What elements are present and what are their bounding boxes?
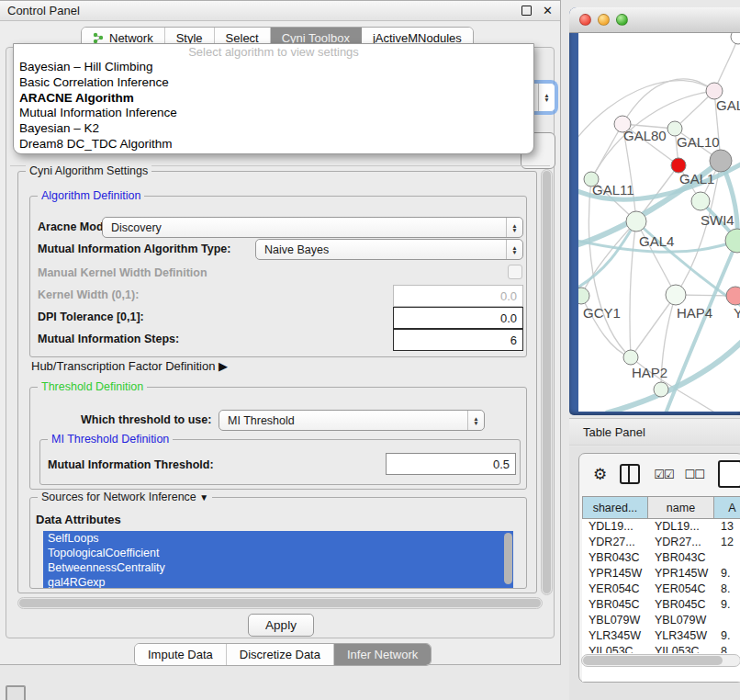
columns-icon[interactable] xyxy=(620,464,640,484)
table-row[interactable]: YDL19...YDL19...13 xyxy=(582,519,740,535)
network-node-y[interactable] xyxy=(726,287,740,305)
mi-type-value: Naive Bayes xyxy=(264,243,329,256)
cyni-algorithm-settings-group: Cyni Algorithm Settings Algorithm Defini… xyxy=(17,171,537,593)
tab-infer-network[interactable]: Infer Network xyxy=(334,644,431,665)
algorithm-option[interactable]: Mutual Information Inference xyxy=(14,106,533,121)
aracne-mode-combo[interactable]: Discovery ▲▼ xyxy=(102,217,523,238)
mi-threshold-value: 0.5 xyxy=(493,457,510,471)
zoom-traffic-light-icon[interactable] xyxy=(616,14,628,26)
table-row[interactable]: YER054CYER054C8. xyxy=(582,581,740,597)
table-cell: YBR043C xyxy=(648,550,714,566)
table-cell xyxy=(714,613,740,628)
table-row[interactable]: YLR345WYLR345W9. xyxy=(582,628,740,644)
mi-steps-label: Mutual Information Steps: xyxy=(38,333,179,345)
apply-button[interactable]: Apply xyxy=(248,614,314,637)
network-node-gal4[interactable] xyxy=(626,211,646,231)
table-cell: 9. xyxy=(714,628,740,644)
deselect-all-checkboxes-icon[interactable]: ☐☐ xyxy=(685,468,704,481)
table-row[interactable]: YBR043CYBR043C xyxy=(582,550,740,566)
network-node-swi4[interactable] xyxy=(725,229,740,253)
algorithm-option[interactable]: Dream8 DC_TDC Algorithm xyxy=(14,137,533,152)
tab-discretize-data[interactable]: Discretize Data xyxy=(227,644,334,665)
network-edge xyxy=(591,124,622,179)
mi-threshold-definition-title: MI Threshold Definition xyxy=(48,433,173,446)
table-toolbar: ⚙ ☑☑ ☐☐ xyxy=(579,454,740,494)
table-panel-title: Table Panel xyxy=(583,425,645,439)
kernel-width-input[interactable]: 0.0 xyxy=(393,285,523,307)
network-canvas[interactable]: GALGAL80GAL10GAL1GAL11GAL4SWI4GCY1HAP4YH… xyxy=(578,33,740,412)
table-row[interactable]: YDR27...YDR27...12 xyxy=(582,535,740,550)
network-edge xyxy=(630,221,636,357)
mi-threshold-input[interactable]: 0.5 xyxy=(386,453,516,475)
close-traffic-light-icon[interactable] xyxy=(579,14,591,26)
hub-definition-expander[interactable]: Hub/Transcription Factor Definition ▶ xyxy=(31,359,228,373)
mi-type-label: Mutual Information Algorithm Type: xyxy=(38,243,230,255)
bottom-tabbar: Impute Data Discretize Data Infer Networ… xyxy=(134,643,432,666)
sources-title: Sources for Network Inference ▼ xyxy=(38,491,212,503)
settings-group-title: Cyni Algorithm Settings xyxy=(26,164,151,177)
algorithm-option[interactable]: ARACNE Algorithm xyxy=(14,91,533,107)
settings-horizontal-scrollbar[interactable] xyxy=(17,597,543,609)
collapsed-panel-icon[interactable] xyxy=(6,685,26,700)
network-node-hap4[interactable] xyxy=(666,285,686,305)
dpi-tolerance-value: 0.0 xyxy=(500,311,517,325)
data-attribute-item[interactable]: BetweennessCentrality xyxy=(43,560,513,575)
minimize-traffic-light-icon[interactable] xyxy=(598,14,610,26)
network-node-gcy1[interactable] xyxy=(578,288,589,304)
dpi-tolerance-input[interactable]: 0.0 xyxy=(393,307,523,329)
select-all-checkboxes-icon[interactable]: ☑☑ xyxy=(654,468,673,481)
network-node[interactable] xyxy=(731,33,740,44)
hub-definition-label: Hub/Transcription Factor Definition xyxy=(31,359,215,373)
network-node[interactable] xyxy=(710,150,732,172)
table-horizontal-scrollbar[interactable] xyxy=(581,654,740,667)
close-window-icon[interactable]: ✕ xyxy=(543,5,553,17)
table-cell: YLR345W xyxy=(648,628,714,644)
data-attribute-item[interactable]: SelfLoops xyxy=(43,531,513,546)
table-row[interactable]: YIL053CYIL053C8. xyxy=(582,644,740,653)
table-cell: 9. xyxy=(714,566,740,581)
export-table-icon[interactable] xyxy=(718,460,740,488)
node-table-container: ⚙ ☑☑ ☐☐ shared...nameA YDL19...YDL19...1… xyxy=(578,453,740,683)
column-header[interactable]: shared... xyxy=(582,496,648,519)
network-window-titlebar[interactable] xyxy=(569,7,740,33)
network-node[interactable] xyxy=(654,382,668,397)
table-cell: 8. xyxy=(714,644,740,653)
float-window-icon[interactable] xyxy=(521,6,532,16)
network-view-window: GALGAL80GAL10GAL1GAL11GAL4SWI4GCY1HAP4YH… xyxy=(569,7,740,415)
control-panel-title: Control Panel xyxy=(7,4,521,17)
control-panel-titlebar: Control Panel ✕ xyxy=(0,1,560,21)
column-header[interactable]: A xyxy=(714,496,740,519)
kernel-width-label: Kernel Width (0,1): xyxy=(38,288,139,301)
tab-impute-data[interactable]: Impute Data xyxy=(135,644,227,665)
table-row[interactable]: YBL079WYBL079W xyxy=(582,613,740,628)
network-edge xyxy=(631,295,676,357)
control-panel-window: Control Panel ✕ Network Style Select Cyn… xyxy=(0,0,561,665)
algorithm-option[interactable]: Bayesian – K2 xyxy=(14,121,533,137)
algorithm-option[interactable]: Bayesian – Hill Climbing xyxy=(14,60,533,75)
table-row[interactable]: YPR145WYPR145W9. xyxy=(582,566,740,581)
list-scrollbar[interactable] xyxy=(504,533,512,584)
dropdown-placeholder: Select algorithm to view settings xyxy=(14,44,533,60)
table-row[interactable]: YBR045CYBR045C9. xyxy=(582,597,740,613)
manual-kernel-checkbox[interactable] xyxy=(508,265,522,279)
settings-vertical-scrollbar[interactable] xyxy=(541,169,553,595)
column-header[interactable]: name xyxy=(648,496,714,519)
network-node-gal1[interactable] xyxy=(691,192,710,210)
data-attributes-list[interactable]: SelfLoopsTopologicalCoefficientBetweenne… xyxy=(43,531,513,588)
algorithm-option[interactable]: Basic Correlation Inference xyxy=(14,75,533,91)
gear-icon[interactable]: ⚙ xyxy=(593,465,607,484)
network-edge xyxy=(589,179,631,357)
data-attribute-item[interactable]: gal4RGexp xyxy=(43,575,513,588)
network-node-hap2[interactable] xyxy=(623,350,638,365)
threshold-definition-group: Threshold Definition Which threshold to … xyxy=(29,387,527,490)
algorithm-definition-group: Algorithm Definition Aracne Mode: Discov… xyxy=(29,196,527,357)
node-label: HAP2 xyxy=(632,365,667,380)
table-cell: YLR345W xyxy=(582,628,648,644)
which-threshold-combo[interactable]: MI Threshold ▲▼ xyxy=(219,410,485,431)
node-label: SWI4 xyxy=(701,212,734,228)
table-panel: ⚙ ☑☑ ☐☐ shared...nameA YDL19...YDL19...1… xyxy=(569,446,740,700)
stepper-arrows-icon: ▲▼ xyxy=(506,218,522,237)
data-attribute-item[interactable]: TopologicalCoefficient xyxy=(43,546,513,560)
mi-steps-input[interactable]: 6 xyxy=(393,329,523,351)
mi-type-combo[interactable]: Naive Bayes ▲▼ xyxy=(255,239,523,260)
